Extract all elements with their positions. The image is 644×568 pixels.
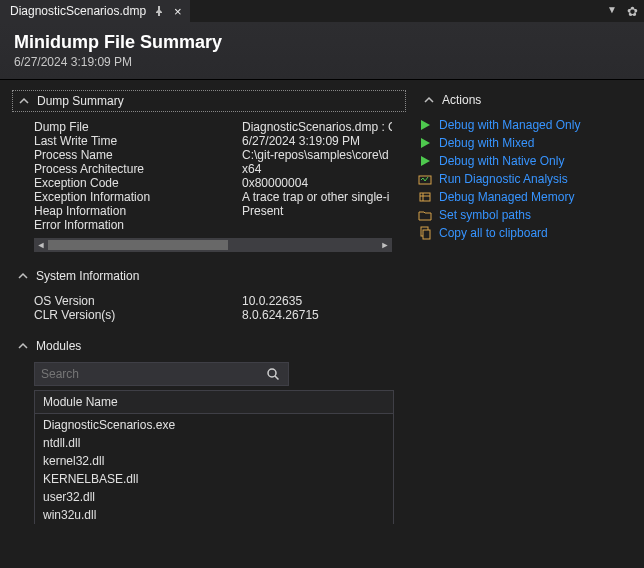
summary-row: OS Version10.0.22635 xyxy=(34,294,392,308)
action-label: Set symbol paths xyxy=(439,208,531,222)
summary-key: Exception Code xyxy=(34,176,242,190)
action-link[interactable]: Set symbol paths xyxy=(418,206,636,224)
summary-value: Present xyxy=(242,204,392,218)
section-label: Actions xyxy=(442,93,481,107)
scroll-thumb[interactable] xyxy=(48,240,228,250)
summary-value: x64 xyxy=(242,162,392,176)
svg-rect-3 xyxy=(420,193,430,201)
action-link[interactable]: Debug with Mixed xyxy=(418,134,636,152)
action-link[interactable]: Debug with Managed Only xyxy=(418,116,636,134)
summary-key: Exception Information xyxy=(34,190,242,204)
document-tab[interactable]: DiagnosticScenarios.dmp × xyxy=(0,0,190,22)
action-link[interactable]: Debug with Native Only xyxy=(418,152,636,170)
summary-value: 6/27/2024 3:19:09 PM xyxy=(242,134,392,148)
chevron-up-icon xyxy=(18,271,28,281)
page-title: Minidump File Summary xyxy=(14,32,630,53)
scroll-right-icon[interactable]: ► xyxy=(378,238,392,252)
page-timestamp: 6/27/2024 3:19:09 PM xyxy=(14,55,630,69)
play-green-icon xyxy=(418,136,432,150)
actions-header[interactable]: Actions xyxy=(418,90,636,110)
scroll-left-icon[interactable]: ◄ xyxy=(34,238,48,252)
table-column-header[interactable]: Module Name xyxy=(35,391,393,414)
table-row[interactable]: DiagnosticScenarios.exe xyxy=(35,416,393,434)
section-label: System Information xyxy=(36,269,139,283)
summary-row: Process NameC:\git-repos\samples\core\d xyxy=(34,148,392,162)
dump-summary-grid: Dump FileDiagnosticScenarios.dmp : CLast… xyxy=(34,120,392,232)
action-label: Run Diagnostic Analysis xyxy=(439,172,568,186)
summary-value: DiagnosticScenarios.dmp : C xyxy=(242,120,392,134)
summary-row: Exception InformationA trace trap or oth… xyxy=(34,190,392,204)
chevron-up-icon xyxy=(19,96,29,106)
summary-row: Exception Code0x80000004 xyxy=(34,176,392,190)
system-info-header[interactable]: System Information xyxy=(12,266,406,286)
summary-row: Last Write Time6/27/2024 3:19:09 PM xyxy=(34,134,392,148)
action-label: Debug with Native Only xyxy=(439,154,564,168)
chevron-up-icon xyxy=(424,95,434,105)
system-info-grid: OS Version10.0.22635CLR Version(s)8.0.62… xyxy=(34,294,392,322)
module-search[interactable] xyxy=(34,362,289,386)
modules-table: Module Name DiagnosticScenarios.exentdll… xyxy=(34,390,394,524)
play-green-icon xyxy=(418,154,432,168)
copy-icon xyxy=(418,226,432,240)
summary-value: 10.0.22635 xyxy=(242,294,392,308)
search-icon[interactable] xyxy=(266,367,288,381)
svg-line-1 xyxy=(275,376,279,380)
action-link[interactable]: Copy all to clipboard xyxy=(418,224,636,242)
chevron-up-icon xyxy=(18,341,28,351)
summary-row: Heap InformationPresent xyxy=(34,204,392,218)
summary-row: Process Architecturex64 xyxy=(34,162,392,176)
action-label: Debug with Managed Only xyxy=(439,118,580,132)
summary-value: 0x80000004 xyxy=(242,176,392,190)
summary-value: A trace trap or other single-i xyxy=(242,190,392,204)
action-label: Debug Managed Memory xyxy=(439,190,574,204)
summary-key: Process Name xyxy=(34,148,242,162)
summary-row: Error Information xyxy=(34,218,392,232)
dump-summary-header[interactable]: Dump Summary xyxy=(12,90,406,112)
summary-key: Process Architecture xyxy=(34,162,242,176)
summary-key: OS Version xyxy=(34,294,242,308)
title-area: Minidump File Summary 6/27/2024 3:19:09 … xyxy=(0,22,644,80)
tool-window-options-icon[interactable]: ✿ xyxy=(627,4,638,19)
summary-value xyxy=(242,218,392,232)
close-icon[interactable]: × xyxy=(172,5,184,18)
table-row[interactable]: kernel32.dll xyxy=(35,452,393,470)
table-row[interactable]: KERNELBASE.dll xyxy=(35,470,393,488)
action-label: Debug with Mixed xyxy=(439,136,534,150)
section-label: Modules xyxy=(36,339,81,353)
horizontal-scrollbar[interactable]: ◄ ► xyxy=(34,238,392,252)
action-link[interactable]: Run Diagnostic Analysis xyxy=(418,170,636,188)
summary-value: C:\git-repos\samples\core\d xyxy=(242,148,392,162)
svg-rect-2 xyxy=(419,176,431,184)
action-label: Copy all to clipboard xyxy=(439,226,548,240)
table-row[interactable]: ntdll.dll xyxy=(35,434,393,452)
pin-icon[interactable] xyxy=(154,6,164,16)
summary-value: 8.0.624.26715 xyxy=(242,308,392,322)
summary-row: CLR Version(s)8.0.624.26715 xyxy=(34,308,392,322)
tab-overflow-icon[interactable]: ▼ xyxy=(607,4,617,19)
tab-strip: DiagnosticScenarios.dmp × ▼ ✿ xyxy=(0,0,644,22)
summary-key: Last Write Time xyxy=(34,134,242,148)
summary-key: CLR Version(s) xyxy=(34,308,242,322)
table-row[interactable]: win32u.dll xyxy=(35,506,393,524)
search-input[interactable] xyxy=(35,367,266,381)
svg-rect-7 xyxy=(423,230,430,239)
table-row[interactable]: user32.dll xyxy=(35,488,393,506)
diag-icon xyxy=(418,172,432,186)
summary-row: Dump FileDiagnosticScenarios.dmp : C xyxy=(34,120,392,134)
summary-key: Heap Information xyxy=(34,204,242,218)
section-label: Dump Summary xyxy=(37,94,124,108)
summary-key: Dump File xyxy=(34,120,242,134)
memory-icon xyxy=(418,190,432,204)
folder-icon xyxy=(418,208,432,222)
modules-header[interactable]: Modules xyxy=(12,336,406,356)
tab-title: DiagnosticScenarios.dmp xyxy=(10,4,146,18)
action-link[interactable]: Debug Managed Memory xyxy=(418,188,636,206)
play-green-icon xyxy=(418,118,432,132)
svg-point-0 xyxy=(268,369,276,377)
summary-key: Error Information xyxy=(34,218,242,232)
